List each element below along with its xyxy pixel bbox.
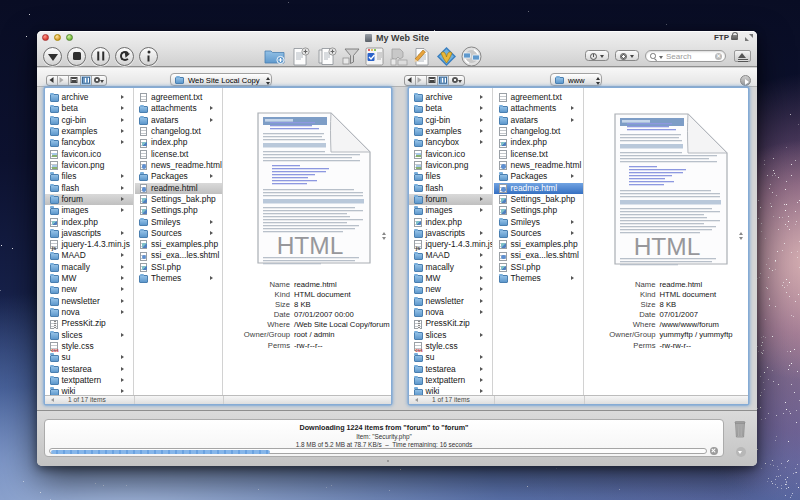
svg-text:HTML: HTML xyxy=(634,233,701,260)
svg-text:HTML: HTML xyxy=(277,232,344,259)
